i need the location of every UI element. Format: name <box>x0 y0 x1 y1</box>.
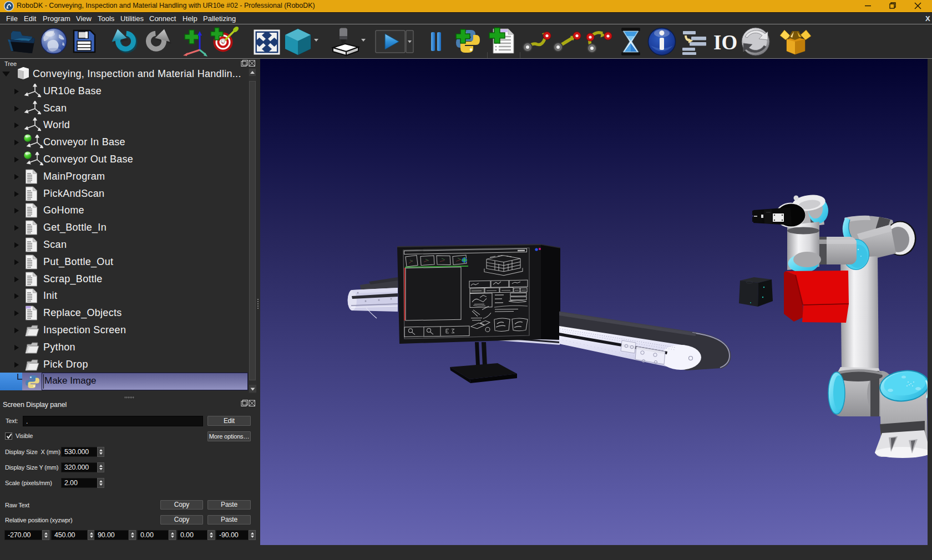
svg-text:IO: IO <box>713 31 737 54</box>
